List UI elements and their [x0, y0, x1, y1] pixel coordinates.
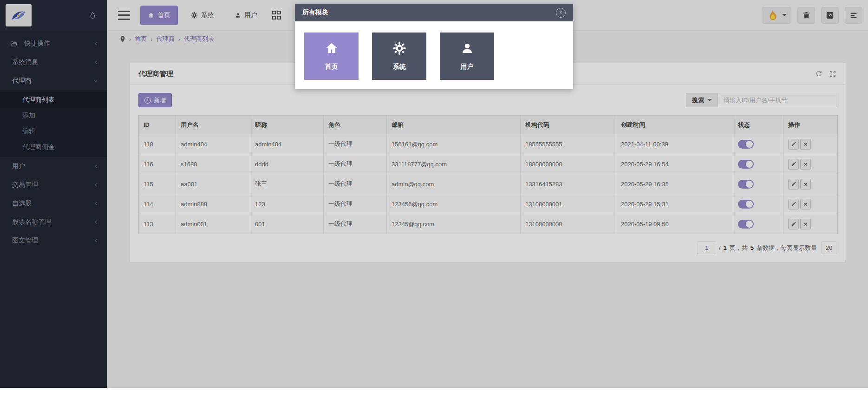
module-tile-系统[interactable]: 系统 [372, 33, 426, 80]
module-tile-label: 系统 [393, 63, 406, 71]
all-modules-modal: 所有模块 × 首页系统用户 [295, 4, 573, 89]
app-root: 快捷操作<系统消息<代理商<代理商列表添加编辑代理商佣金用户<交易管理<自选股<… [0, 0, 868, 388]
modal-body: 首页系统用户 [295, 21, 573, 89]
modal-title: 所有模块 [302, 8, 328, 17]
module-tile-用户[interactable]: 用户 [440, 33, 494, 80]
gear-icon [392, 41, 406, 57]
module-tile-label: 用户 [461, 63, 474, 71]
module-tile-首页[interactable]: 首页 [304, 33, 359, 80]
user-icon [460, 41, 474, 57]
modal-header: 所有模块 × [295, 4, 573, 21]
module-tile-label: 首页 [325, 63, 338, 71]
home-icon [325, 41, 339, 57]
close-icon[interactable]: × [556, 8, 566, 18]
